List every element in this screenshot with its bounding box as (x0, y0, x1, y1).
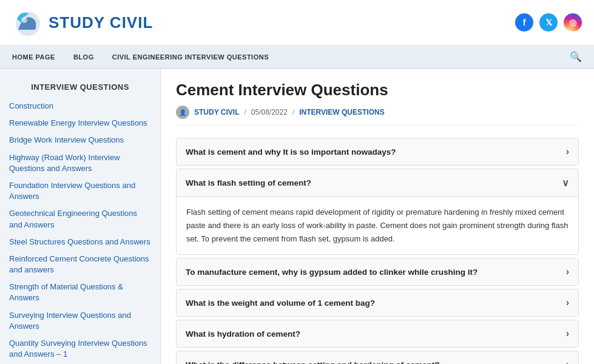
nav-home[interactable]: HOME PAGE (12, 53, 55, 61)
faq-question-6-text: What is the difference between setting a… (186, 360, 440, 364)
facebook-icon[interactable]: f (515, 13, 533, 32)
faq-question-2[interactable]: What is flash setting of cement? ∨ (177, 169, 578, 197)
sidebar-item-renewable[interactable]: Renewable Energy Interview Questions (0, 115, 160, 132)
nav-interview[interactable]: CIVIL ENGINEERING INTERVIEW QUESTIONS (112, 53, 269, 61)
meta-sep-2: / (292, 108, 294, 116)
faq-question-3[interactable]: To manufacture cement, why is gypsum add… (177, 258, 578, 285)
instagram-icon[interactable]: ◎ (564, 13, 582, 32)
sidebar-item-bridge[interactable]: Bridge Work Interview Questions (0, 132, 160, 149)
sidebar-section-1-title: INTERVIEW QUESTIONS (0, 78, 160, 98)
meta-bar: 👤 STUDY CIVIL / 05/08/2022 / INTERVIEW Q… (176, 106, 579, 126)
chevron-right-icon-5: › (566, 328, 569, 339)
faq-item-5: What is hydration of cement? › (176, 320, 579, 348)
logo-area[interactable]: STUDY CIVIL (12, 7, 153, 38)
sidebar: INTERVIEW QUESTIONS Construction Renewab… (0, 69, 161, 364)
content-area: Cement Interview Questions 👤 STUDY CIVIL… (161, 69, 594, 364)
sidebar-item-geotechnical[interactable]: Geotechnical Engineering Questions and A… (0, 205, 160, 233)
faq-question-4-text: What is the weight and volume of 1 cemen… (186, 298, 375, 308)
social-icons: f 𝕏 ◎ (515, 13, 582, 32)
faq-question-1-text: What is cement and why It is so importan… (186, 147, 396, 157)
meta-category[interactable]: INTERVIEW QUESTIONS (299, 108, 384, 116)
faq-question-1[interactable]: What is cement and why It is so importan… (177, 138, 578, 165)
header: STUDY CIVIL f 𝕏 ◎ (0, 0, 594, 46)
faq-question-5-text: What is hydration of cement? (186, 329, 300, 339)
sidebar-item-highway[interactable]: Highway (Road Work) Interview Questions … (0, 149, 160, 177)
sidebar-item-rcc[interactable]: Reinforced Cement Concrete Questions and… (0, 251, 160, 278)
sidebar-item-strength[interactable]: Strength of Material Questions & Answers (0, 278, 160, 306)
nav-blog[interactable]: BLOG (73, 53, 94, 61)
sidebar-item-steel[interactable]: Steel Structures Questions and Answers (0, 234, 160, 251)
svg-point-1 (21, 17, 27, 23)
faq-item-3: To manufacture cement, why is gypsum add… (176, 258, 579, 286)
chevron-right-icon-6: › (566, 359, 569, 364)
faq-item-1: What is cement and why It is so importan… (176, 138, 579, 166)
logo-text: STUDY CIVIL (49, 13, 153, 32)
faq-item-4: What is the weight and volume of 1 cemen… (176, 289, 579, 317)
sidebar-item-foundation[interactable]: Foundation Interview Questions and Answe… (0, 177, 160, 205)
chevron-right-icon-4: › (566, 297, 569, 308)
main-layout: INTERVIEW QUESTIONS Construction Renewab… (0, 69, 594, 364)
meta-author[interactable]: STUDY CIVIL (194, 108, 239, 116)
faq-question-6[interactable]: What is the difference between setting a… (177, 351, 578, 364)
search-icon[interactable]: 🔍 (570, 51, 582, 62)
faq-question-2-text: What is flash setting of cement? (186, 178, 311, 187)
sidebar-item-quantity[interactable]: Quantity Surveying Interview Questions a… (0, 335, 160, 363)
meta-sep-1: / (244, 108, 246, 116)
meta-date: 05/08/2022 (251, 108, 288, 116)
page-title: Cement Interview Questions (176, 81, 579, 99)
twitter-icon[interactable]: 𝕏 (539, 13, 558, 32)
sidebar-item-surveying[interactable]: Surveying Interview Questions and Answer… (0, 307, 160, 335)
faq-answer-2: Flash setting of cement means rapid deve… (177, 197, 578, 254)
avatar: 👤 (176, 106, 189, 119)
chevron-down-icon-2: ∨ (562, 177, 569, 189)
faq-question-3-text: To manufacture cement, why is gypsum add… (186, 268, 478, 277)
logo-icon (12, 7, 44, 38)
faq-question-5[interactable]: What is hydration of cement? › (177, 320, 578, 347)
faq-question-4[interactable]: What is the weight and volume of 1 cemen… (177, 289, 578, 316)
nav: HOME PAGE BLOG CIVIL ENGINEERING INTERVI… (0, 46, 594, 69)
faq-item-6: What is the difference between setting a… (176, 351, 579, 364)
chevron-right-icon-1: › (566, 146, 569, 157)
sidebar-item-construction[interactable]: Construction (0, 98, 160, 115)
faq-item-2: What is flash setting of cement? ∨ Flash… (176, 169, 579, 255)
chevron-right-icon-3: › (566, 266, 569, 277)
